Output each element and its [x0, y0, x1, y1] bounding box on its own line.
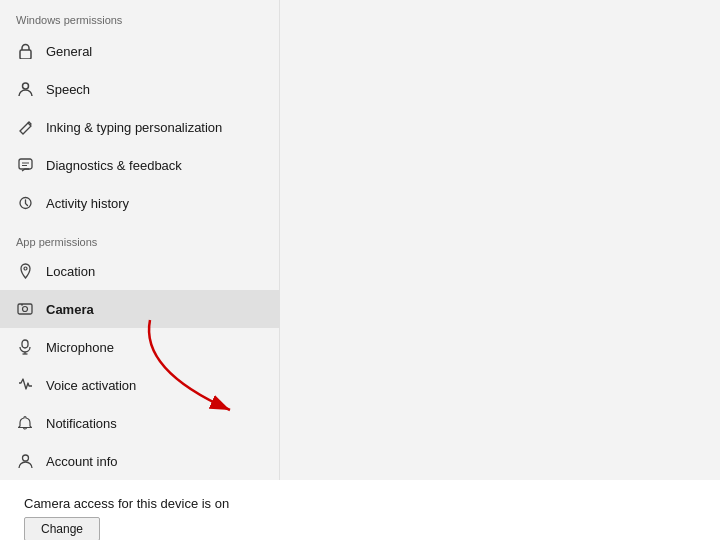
app-permissions-header: App permissions [0, 222, 279, 252]
main-content: Camera access for this device is on Chan… [0, 480, 720, 540]
sidebar: Windows permissions General Speech [0, 0, 280, 480]
sidebar-camera-label: Camera [46, 302, 94, 317]
sidebar-item-account[interactable]: Account info [0, 442, 279, 480]
notifications-icon [16, 414, 34, 432]
sidebar-item-voice[interactable]: Voice activation [0, 366, 279, 404]
sidebar-item-speech[interactable]: Speech [0, 70, 279, 108]
sidebar-item-activity[interactable]: Activity history [0, 184, 279, 222]
camera-access-status: Camera access for this device is on [24, 496, 696, 511]
sidebar-item-inking[interactable]: Inking & typing personalization [0, 108, 279, 146]
svg-rect-3 [19, 159, 32, 169]
pen-icon [16, 118, 34, 136]
sidebar-item-location[interactable]: Location [0, 252, 279, 290]
account-icon [16, 452, 34, 470]
sidebar-speech-label: Speech [46, 82, 90, 97]
voice-icon [16, 376, 34, 394]
sidebar-notifications-label: Notifications [46, 416, 117, 431]
sidebar-item-general[interactable]: General [0, 32, 279, 70]
svg-point-7 [24, 267, 27, 270]
camera-icon [16, 300, 34, 318]
change-button[interactable]: Change [24, 517, 100, 540]
person-icon [16, 80, 34, 98]
sidebar-voice-label: Voice activation [46, 378, 136, 393]
svg-rect-9 [21, 304, 23, 306]
sidebar-location-label: Location [46, 264, 95, 279]
svg-rect-1 [20, 50, 31, 59]
sidebar-diagnostics-label: Diagnostics & feedback [46, 158, 182, 173]
location-icon [16, 262, 34, 280]
svg-point-8 [23, 307, 28, 312]
sidebar-microphone-label: Microphone [46, 340, 114, 355]
sidebar-account-label: Account info [46, 454, 118, 469]
sidebar-activity-label: Activity history [46, 196, 129, 211]
sidebar-item-diagnostics[interactable]: Diagnostics & feedback [0, 146, 279, 184]
lock-icon [16, 42, 34, 60]
windows-permissions-header: Windows permissions [0, 0, 279, 32]
history-icon [16, 194, 34, 212]
sidebar-general-label: General [46, 44, 92, 59]
microphone-icon [16, 338, 34, 356]
sidebar-item-microphone[interactable]: Microphone [0, 328, 279, 366]
sidebar-item-camera[interactable]: Camera [0, 290, 279, 328]
svg-point-2 [22, 83, 28, 89]
svg-rect-10 [22, 340, 28, 348]
svg-point-13 [22, 455, 28, 461]
sidebar-item-notifications[interactable]: Notifications [0, 404, 279, 442]
feedback-icon [16, 156, 34, 174]
sidebar-inking-label: Inking & typing personalization [46, 120, 222, 135]
